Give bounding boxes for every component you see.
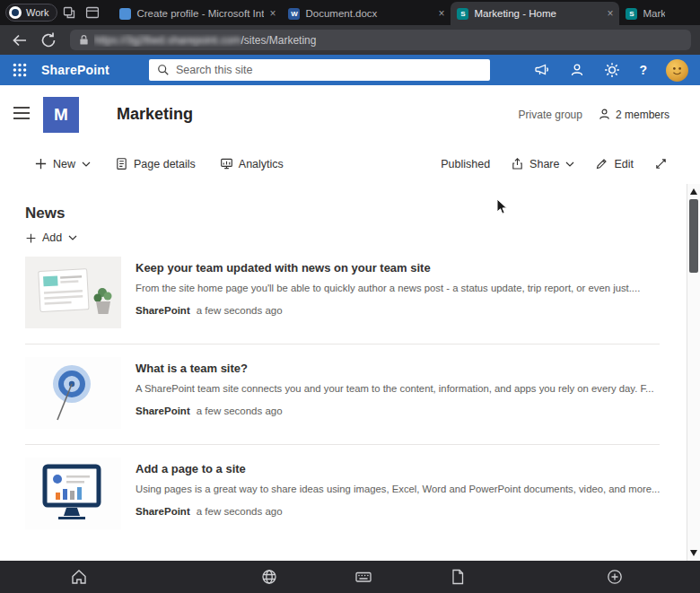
chevron-down-icon [68,235,77,240]
news-article-author: SharePoint [136,305,190,316]
news-article-card: What is a team site? A SharePoint team s… [25,357,660,445]
privacy-label: Private group [519,109,582,121]
tab-close-icon[interactable]: × [438,7,444,20]
news-article-body: What is a team site? A SharePoint team s… [136,357,660,429]
news-article-title[interactable]: What is a team site? [136,362,660,375]
url-path-segment: /sites/Marketing [241,34,316,47]
help-icon[interactable]: ? [639,63,647,77]
vertical-scrollbar[interactable] [687,184,700,561]
sharepoint-brand[interactable]: SharePoint [41,63,109,77]
intune-favicon [119,8,131,20]
plus-icon [34,157,48,170]
news-thumbnail[interactable] [25,357,121,429]
news-thumbnail[interactable] [25,458,121,529]
fullscreen-icon[interactable] [654,157,668,170]
publish-status: Published [441,158,490,170]
document-icon[interactable] [449,568,467,586]
share-icon [511,157,524,170]
browser-nav-bar: https://3g26wd.sharepoint.com/sites/Mark… [0,25,700,55]
refresh-button[interactable] [38,30,59,51]
share-button[interactable]: Share [511,157,574,170]
news-thumbnail[interactable] [25,257,121,328]
news-article-meta: SharePoint a few seconds ago [136,406,660,416]
sharepoint-favicon: S [457,8,468,20]
page-content: News Add [0,184,700,561]
search-input[interactable] [176,64,482,76]
tabs-container: Create profile - Microsoft Intune × W Do… [113,0,700,25]
scrollbar-thumb[interactable] [689,199,698,273]
news-article-timestamp: a few seconds ago [197,506,283,517]
url-text: https://3g26wd.sharepoint.com/sites/Mark… [94,34,316,47]
profile-label: Work [26,7,48,18]
contact-icon[interactable] [569,62,585,78]
new-button[interactable]: New [34,157,91,170]
add-circle-icon[interactable] [606,568,624,586]
page-command-bar: New Page details Analytics Published Sha… [0,144,700,184]
scroll-up-arrow[interactable] [690,188,697,195]
page-details-label: Page details [134,158,196,170]
home-icon[interactable] [70,568,88,586]
browser-tab-strip: Work Create profile - Microsoft Intune ×… [0,0,700,25]
scroll-down-arrow[interactable] [690,550,697,556]
news-article-card: Add a page to a site Using pages is a gr… [25,458,660,545]
page-details-icon [115,157,128,170]
globe-icon[interactable] [260,568,278,586]
news-article-timestamp: a few seconds ago [197,305,283,316]
news-article-card: Keep your team updated with news on your… [25,257,660,344]
tab-title: Marketing - Home [474,8,601,19]
browser-tab-marketing[interactable]: S Marketing - Home × [451,2,619,25]
lock-icon [79,34,89,46]
analytics-icon [220,157,233,170]
add-news-label: Add [42,231,62,244]
plus-icon [25,232,37,244]
tab-actions-icon[interactable] [81,3,104,22]
site-search-box[interactable] [149,59,490,81]
address-bar[interactable]: https://3g26wd.sharepoint.com/sites/Mark… [70,30,691,50]
news-article-meta: SharePoint a few seconds ago [136,506,660,517]
news-article-timestamp: a few seconds ago [197,406,283,416]
sharepoint-suite-bar: SharePoint ? [0,55,700,85]
news-article-author: SharePoint [136,506,190,517]
account-avatar[interactable] [666,59,688,82]
news-article-body: Keep your team updated with news on your… [136,257,660,328]
tab-title: Mark [643,8,665,19]
page-details-button[interactable]: Page details [115,157,196,170]
members-button[interactable]: 2 members [598,108,669,121]
search-icon [157,64,170,76]
add-news-button[interactable]: Add [25,231,77,244]
tab-title: Document.docx [305,8,433,19]
analytics-button[interactable]: Analytics [220,157,284,170]
news-article-title[interactable]: Keep your team updated with news on your… [136,261,660,275]
keyboard-icon[interactable] [354,568,372,586]
browser-tab-intune[interactable]: Create profile - Microsoft Intune × [113,2,282,25]
chevron-down-icon [82,161,91,167]
news-article-excerpt: A SharePoint team site connects you and … [136,383,660,394]
site-logo[interactable]: M [43,97,79,133]
back-button[interactable] [9,30,31,51]
word-favicon: W [288,8,300,20]
edit-button-label: Edit [614,158,634,170]
tab-close-icon[interactable]: × [607,7,613,20]
new-button-label: New [53,158,75,170]
news-article-meta: SharePoint a few seconds ago [136,305,660,316]
app-launcher-icon[interactable] [12,62,28,78]
edit-button[interactable]: Edit [595,157,634,170]
megaphone-icon[interactable] [534,62,550,78]
news-article-title[interactable]: Add a page to a site [136,462,660,475]
tab-close-icon[interactable]: × [269,7,276,20]
person-icon [598,108,611,121]
browser-tab-partial[interactable]: S Mark [619,2,671,25]
news-article-body: Add a page to a site Using pages is a gr… [136,458,660,529]
site-header: M Marketing Private group 2 members [0,85,700,144]
tab-title: Create profile - Microsoft Intune [136,8,264,19]
bottom-dock [0,561,700,593]
news-article-excerpt: Using pages is a great way to share idea… [136,484,660,494]
site-title[interactable]: Marketing [117,105,193,124]
analytics-label: Analytics [239,158,284,170]
hamburger-menu-icon[interactable] [13,106,31,120]
workspaces-icon[interactable] [57,3,81,22]
browser-profile-button[interactable]: Work [5,4,57,22]
site-header-meta: Private group 2 members [519,108,669,121]
browser-tab-word[interactable]: W Document.docx × [282,2,451,25]
settings-gear-icon[interactable] [604,62,620,78]
